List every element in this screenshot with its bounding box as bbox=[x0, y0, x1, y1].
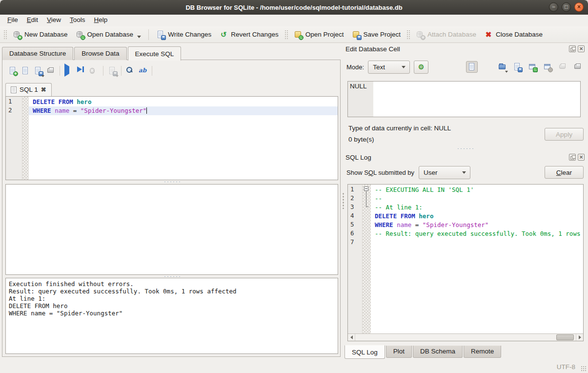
print-cell-button[interactable] bbox=[572, 61, 584, 73]
menu-help[interactable]: Help bbox=[90, 15, 112, 26]
log-horizontal-scrollbar[interactable] bbox=[348, 333, 583, 341]
execution-messages[interactable]: Execution finished without errors.Result… bbox=[5, 278, 338, 354]
close-database-label: Close Database bbox=[496, 31, 543, 38]
apply-button[interactable]: Apply bbox=[545, 128, 584, 141]
new-sql-tab-button[interactable] bbox=[6, 64, 19, 77]
set-null-button[interactable] bbox=[557, 61, 568, 73]
toolbar-separator bbox=[60, 66, 60, 76]
cell-value-editor[interactable]: NULL bbox=[347, 81, 581, 117]
tab-sql-1[interactable]: SQL 1 ✖ bbox=[5, 83, 52, 96]
menu-file[interactable]: File bbox=[3, 15, 22, 26]
open-sql-file-button[interactable] bbox=[19, 64, 32, 77]
menu-view[interactable]: View bbox=[42, 15, 65, 26]
open-database-label: Open Database bbox=[87, 31, 134, 38]
editor-results-splitter[interactable] bbox=[5, 180, 338, 183]
float-panel-icon[interactable] bbox=[569, 45, 576, 52]
code-token: -- At line 1: bbox=[375, 204, 423, 211]
clear-log-button[interactable]: Clear bbox=[545, 166, 584, 179]
close-database-icon: ✖ bbox=[484, 30, 493, 39]
log-line: -- bbox=[371, 194, 583, 203]
close-button[interactable]: × bbox=[574, 2, 584, 12]
close-panel-icon[interactable] bbox=[578, 154, 585, 161]
mode-combobox[interactable]: Text bbox=[368, 61, 410, 74]
format-sql-button[interactable] bbox=[155, 64, 167, 77]
open-project-label: Open Project bbox=[305, 31, 344, 38]
open-project-button[interactable]: Open Project bbox=[290, 28, 348, 41]
auto-switch-mode-button[interactable]: ⚙ bbox=[414, 61, 428, 74]
mode-label: Mode: bbox=[346, 63, 364, 71]
tab-plot[interactable]: Plot bbox=[386, 346, 412, 358]
maximize-button[interactable]: □ bbox=[562, 2, 571, 12]
right-dock: Edit Database Cell Mode: Text ⚙ NULL Typ… bbox=[345, 44, 586, 357]
revert-changes-button[interactable]: ↺Revert Changes bbox=[215, 28, 283, 41]
resize-grip-icon[interactable] bbox=[581, 366, 587, 372]
fold-marker[interactable] bbox=[363, 185, 371, 193]
tab-browse-data[interactable]: Browse Data bbox=[74, 47, 126, 60]
collapse-icon[interactable] bbox=[364, 186, 368, 191]
execute-all-button[interactable] bbox=[62, 64, 75, 77]
dock-tab-bar: SQL LogPlotDB SchemaRemote bbox=[345, 346, 586, 359]
menu-tools[interactable]: Tools bbox=[65, 15, 90, 26]
sql-editor[interactable]: 12 DELETE FROM heroWHERE name = "Spider-… bbox=[5, 96, 338, 180]
scrollbar-thumb[interactable] bbox=[556, 334, 574, 340]
results-grid[interactable] bbox=[5, 184, 338, 275]
close-tab-icon[interactable]: ✖ bbox=[41, 86, 46, 93]
print-button[interactable] bbox=[44, 64, 57, 77]
minimize-button[interactable]: − bbox=[549, 2, 558, 12]
log-line: WHERE name = "Spider-Youngster" bbox=[371, 221, 583, 229]
line-number: 7 bbox=[348, 238, 362, 247]
edit-cell-icon-bar bbox=[466, 61, 584, 73]
menu-edit[interactable]: Edit bbox=[22, 15, 42, 26]
tab-execute-sql[interactable]: Execute SQL bbox=[128, 46, 182, 61]
open-plain-doc-icon bbox=[467, 62, 476, 71]
save-results-button[interactable] bbox=[106, 64, 119, 77]
open-database-button[interactable]: Open Database bbox=[72, 28, 145, 41]
copy-link-button[interactable] bbox=[542, 61, 553, 73]
new-database-button[interactable]: New Database bbox=[9, 28, 72, 41]
scroll-right-icon[interactable] bbox=[576, 334, 583, 341]
close-panel-icon[interactable] bbox=[578, 45, 585, 52]
encoding-indicator: UTF-8 bbox=[557, 363, 575, 371]
export-data-button[interactable] bbox=[511, 61, 523, 73]
line-number: 5 bbox=[348, 221, 362, 229]
write-changes-button[interactable]: Write Changes bbox=[152, 28, 215, 41]
cell-size-info: 0 byte(s) bbox=[348, 136, 374, 143]
open-project-icon bbox=[294, 30, 303, 39]
open-external-button[interactable] bbox=[527, 61, 538, 73]
scroll-left-icon[interactable] bbox=[348, 334, 355, 341]
code-token: "Spider-Youngster" bbox=[81, 107, 146, 114]
print-icon bbox=[46, 66, 55, 75]
word-wrap-button[interactable] bbox=[481, 61, 493, 73]
log-line bbox=[371, 238, 583, 247]
editor-code-area[interactable]: DELETE FROM heroWHERE name = "Spider-You… bbox=[29, 97, 338, 180]
float-panel-icon[interactable] bbox=[569, 154, 576, 161]
stop-execution-button[interactable]: ✕ bbox=[88, 64, 101, 77]
sql-log-view[interactable]: 1234567 -- EXECUTING ALL IN 'SQL 1'---- … bbox=[347, 184, 584, 341]
play-icon bbox=[64, 66, 73, 75]
import-data-button[interactable] bbox=[496, 61, 508, 73]
sql-log-filter-row: Show SQL submitted by User Clear bbox=[346, 165, 584, 180]
tab-database-structure[interactable]: Database Structure bbox=[2, 47, 73, 60]
fold-marker bbox=[363, 193, 371, 202]
word-case-button[interactable]: ab bbox=[137, 64, 149, 77]
save-sql-file-button[interactable] bbox=[32, 64, 44, 77]
dock-splitter[interactable] bbox=[345, 146, 586, 150]
text-cursor bbox=[146, 107, 147, 114]
submitter-combobox[interactable]: User bbox=[419, 166, 470, 179]
close-database-button[interactable]: ✖Close Database bbox=[480, 28, 547, 41]
tab-db-schema[interactable]: DB Schema bbox=[413, 346, 463, 358]
code-token: = bbox=[411, 221, 423, 228]
find-button[interactable] bbox=[124, 64, 137, 77]
text-mode-button[interactable] bbox=[466, 61, 478, 73]
execute-current-line-button[interactable] bbox=[75, 64, 88, 77]
main-toolbar: New DatabaseOpen DatabaseWrite Changes↺R… bbox=[0, 26, 588, 43]
dropdown-arrow-icon[interactable] bbox=[137, 36, 141, 38]
edit-cell-title: Edit Database Cell bbox=[345, 45, 567, 53]
code-token: = bbox=[69, 107, 81, 114]
filter-label: Show SQL submitted by bbox=[346, 169, 414, 176]
tab-remote[interactable]: Remote bbox=[464, 346, 501, 358]
attach-database-button[interactable]: Attach Database bbox=[412, 28, 480, 41]
tab-sql-log[interactable]: SQL Log bbox=[345, 345, 385, 359]
save-project-button[interactable]: Save Project bbox=[348, 28, 405, 41]
write-changes-label: Write Changes bbox=[168, 31, 211, 38]
